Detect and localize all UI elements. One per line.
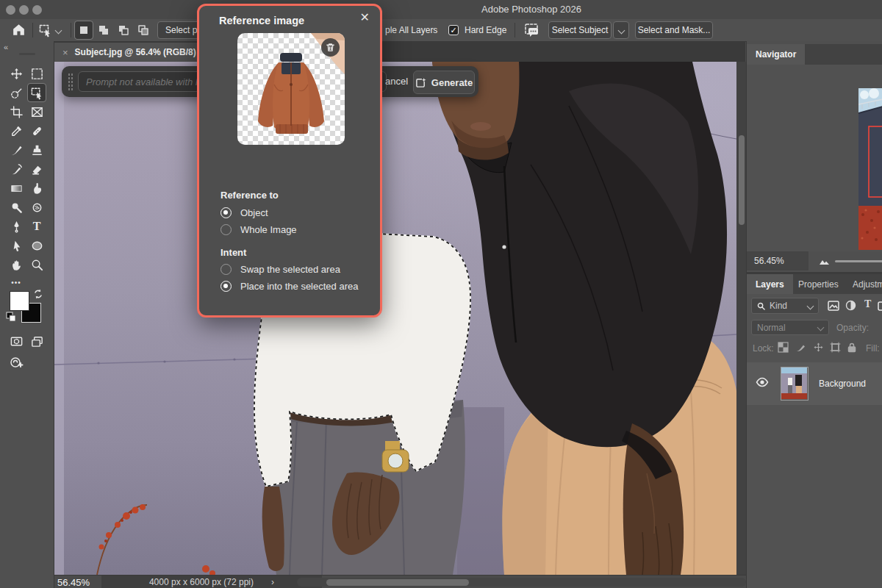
filter-adjustment-layers-icon[interactable]: [845, 300, 856, 314]
status-zoom-level[interactable]: 56.45%: [57, 577, 90, 588]
vertical-scrollbar-thumb[interactable]: [739, 135, 745, 225]
default-colors-icon[interactable]: [6, 312, 16, 325]
delete-reference-button[interactable]: [321, 38, 340, 57]
intersect-selection-mode-icon[interactable]: [135, 21, 152, 39]
collapse-panel-button[interactable]: «: [4, 43, 8, 51]
generate-button[interactable]: Generate: [413, 71, 475, 94]
layer-visibility-eye-icon[interactable]: [756, 377, 769, 390]
select-and-mask-button[interactable]: Select and Mask...: [635, 21, 713, 39]
more-tools-button[interactable]: •••: [7, 273, 25, 291]
object-selection-tool[interactable]: [28, 84, 46, 101]
sponge-tool[interactable]: [28, 198, 46, 216]
layer-row-background[interactable]: Background: [747, 362, 882, 405]
navigator-zoom-field[interactable]: 56.45%: [747, 251, 808, 270]
share-image-button[interactable]: [7, 354, 25, 372]
radio-icon: [220, 264, 232, 275]
radio-whole-image[interactable]: Whole Image: [220, 224, 297, 235]
photo-two-men: [54, 62, 736, 575]
traffic-light-minimize[interactable]: [19, 5, 29, 15]
lock-position-icon[interactable]: [813, 342, 824, 356]
path-selection-tool[interactable]: [7, 237, 25, 254]
select-subject-button[interactable]: Select Subject: [548, 21, 612, 39]
filter-type-layers-icon[interactable]: T: [864, 298, 871, 310]
filter-pixel-layers-icon[interactable]: [828, 301, 839, 314]
cancel-button[interactable]: ancel: [385, 76, 408, 87]
traffic-light-zoom[interactable]: [32, 5, 42, 15]
object-selection-tool-icon: [38, 23, 53, 37]
shape-tool[interactable]: [28, 237, 46, 254]
status-bar: 56.45% 4000 px x 6000 px (72 ppi) ›: [54, 575, 746, 588]
history-brush-tool[interactable]: [7, 160, 25, 178]
brush-tool[interactable]: [7, 141, 25, 159]
clone-stamp-tool[interactable]: [28, 141, 46, 159]
tool-preset-button[interactable]: [38, 21, 68, 39]
panel-drag-handle[interactable]: [19, 53, 35, 55]
lock-all-icon[interactable]: [847, 342, 857, 356]
tools-panel: «: [0, 41, 54, 588]
opacity-label: Opacity:: [836, 323, 869, 333]
taskbar-drag-handle[interactable]: [68, 73, 74, 90]
lock-pixels-icon[interactable]: [795, 342, 806, 356]
tab-close-icon[interactable]: ×: [62, 47, 68, 58]
rectangular-marquee-tool[interactable]: [28, 65, 46, 82]
swap-colors-icon[interactable]: [32, 288, 44, 303]
home-icon[interactable]: [11, 22, 26, 40]
frame-tool[interactable]: [28, 103, 46, 121]
tab-properties[interactable]: Properties: [789, 274, 847, 294]
hard-edge-label: Hard Edge: [465, 25, 506, 35]
radio-icon: [220, 207, 232, 218]
zoom-out-icon[interactable]: [819, 256, 830, 269]
title-bar: Adobe Photoshop 2026: [0, 0, 882, 20]
eraser-tool[interactable]: [28, 160, 46, 178]
hard-edge-checkbox[interactable]: ✓: [448, 25, 459, 35]
hand-tool[interactable]: [7, 256, 25, 273]
blend-mode-dropdown[interactable]: Normal: [751, 320, 829, 335]
selection-feedback-icon[interactable]: [523, 22, 541, 41]
status-chevron-icon[interactable]: ›: [271, 577, 274, 587]
tab-adjustments[interactable]: Adjustments: [844, 274, 882, 294]
subtract-from-selection-mode-icon[interactable]: [115, 21, 132, 39]
tab-navigator[interactable]: Navigator: [747, 44, 805, 65]
quick-selection-tool[interactable]: [7, 84, 25, 101]
vertical-scrollbar[interactable]: [736, 62, 746, 575]
document-tab-bar: × Subject.jpg @ 56.4% (RGB/8): [54, 41, 745, 62]
add-to-selection-mode-icon[interactable]: [95, 21, 112, 39]
navigator-body: [747, 65, 882, 251]
radio-place-into-selected-area[interactable]: Place into the selected area: [220, 281, 358, 292]
new-selection-mode-icon[interactable]: [75, 21, 93, 39]
dodge-tool[interactable]: [7, 198, 25, 216]
healing-brush-tool[interactable]: [28, 122, 46, 140]
select-subject-dropdown-button[interactable]: [613, 21, 629, 39]
intent-label: Intent: [220, 247, 246, 258]
zoom-tool[interactable]: [28, 256, 46, 273]
move-tool[interactable]: [7, 65, 25, 82]
type-tool[interactable]: T: [28, 218, 46, 235]
layer-name: Background: [819, 379, 866, 389]
generate-icon: [415, 77, 426, 88]
reference-thumbnail[interactable]: [237, 33, 345, 145]
foreground-color-swatch[interactable]: [10, 291, 29, 311]
traffic-light-close[interactable]: [6, 5, 15, 15]
crop-tool[interactable]: [7, 103, 25, 121]
navigator-preview[interactable]: [858, 88, 882, 250]
filter-shape-layers-icon[interactable]: [878, 301, 882, 314]
layer-thumbnail[interactable]: [781, 367, 808, 401]
radio-swap-selected-area[interactable]: Swap the selected area: [220, 264, 340, 275]
horizontal-scrollbar-thumb[interactable]: [326, 579, 469, 586]
eyedropper-tool[interactable]: [7, 122, 25, 140]
lock-artboard-icon[interactable]: [830, 342, 841, 356]
gradient-tool[interactable]: [7, 179, 25, 197]
canvas[interactable]: [54, 62, 736, 575]
horizontal-scrollbar[interactable]: [297, 578, 746, 587]
radio-object[interactable]: Object: [220, 207, 268, 218]
navigator-zoom-slider[interactable]: [835, 260, 882, 262]
tab-layers[interactable]: Layers: [747, 274, 793, 294]
lock-transparency-icon[interactable]: [778, 342, 789, 356]
smudge-tool[interactable]: [28, 179, 46, 197]
layer-filter-kind-dropdown[interactable]: Kind: [751, 298, 819, 314]
quick-mask-mode-button[interactable]: [7, 332, 25, 350]
screen-mode-button[interactable]: [28, 332, 46, 350]
pen-tool[interactable]: [7, 218, 25, 235]
document-size-field[interactable]: 4000 px x 6000 px (72 ppi) ›: [101, 576, 322, 588]
close-icon[interactable]: ✕: [360, 10, 370, 24]
